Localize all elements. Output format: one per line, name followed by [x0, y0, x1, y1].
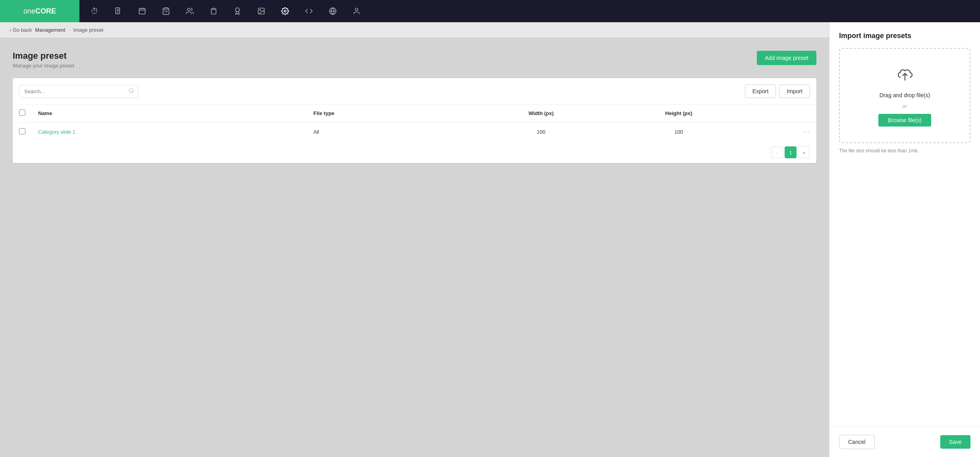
breadcrumb-separator: - — [68, 27, 70, 33]
add-image-preset-button[interactable]: Add image preset — [757, 51, 816, 65]
export-button[interactable]: Export — [745, 84, 776, 98]
table-body: Category slide 1 All 100 100 ··· — [13, 122, 816, 142]
breadcrumb-management[interactable]: Management — [35, 27, 65, 33]
row-action-menu[interactable]: ··· — [803, 128, 810, 136]
table-header: Name File type Width (px) Height (px) — [13, 105, 816, 122]
row-file-type-cell: All — [307, 122, 472, 142]
th-name: Name — [32, 105, 307, 122]
save-button[interactable]: Save — [940, 435, 970, 449]
panel-footer: Cancel Save — [830, 426, 980, 457]
th-height: Height (px) — [610, 105, 748, 122]
search-input[interactable] — [19, 85, 138, 98]
svg-point-17 — [355, 8, 358, 11]
users-icon[interactable] — [184, 6, 195, 17]
select-all-checkbox[interactable] — [19, 109, 25, 116]
search-wrapper — [19, 85, 138, 98]
browse-button[interactable]: Browse file(s) — [878, 114, 931, 127]
pagination: ‹ 1 › — [13, 142, 816, 163]
drop-or: or — [903, 103, 907, 109]
user-icon[interactable] — [351, 6, 362, 17]
upload-icon — [895, 65, 914, 87]
table-header-row: Name File type Width (px) Height (px) — [13, 105, 816, 122]
gear-icon[interactable] — [280, 6, 291, 17]
page-title: Image preset — [13, 51, 74, 61]
calendar-icon[interactable] — [137, 6, 148, 17]
table-card: Export Import Name File type Width ( — [13, 78, 816, 163]
import-button[interactable]: Import — [779, 84, 810, 98]
breadcrumb: ‹ Go back Management - Image preset — [0, 22, 829, 38]
logo: oneCORE — [0, 0, 79, 22]
drop-text: Drag and drop file(s) — [880, 92, 930, 98]
th-width: Width (px) — [472, 105, 610, 122]
svg-point-13 — [260, 10, 261, 10]
drop-zone[interactable]: Drag and drop file(s) or Browse file(s) — [839, 48, 970, 143]
table-toolbar: Export Import — [13, 78, 816, 105]
row-checkbox-cell — [13, 122, 32, 142]
prev-page-button[interactable]: ‹ — [771, 146, 783, 158]
row-name-link[interactable]: Category slide 1 — [38, 129, 75, 135]
row-width-cell: 100 — [472, 122, 610, 142]
page-content: Image preset Manage your image preset Ad… — [0, 38, 829, 176]
code-icon[interactable] — [303, 6, 314, 17]
svg-point-9 — [187, 8, 190, 11]
nav-icons: ⏱ — [79, 6, 980, 17]
th-file-type: File type — [307, 105, 472, 122]
svg-point-11 — [235, 8, 239, 12]
page-header: Image preset Manage your image preset Ad… — [13, 51, 816, 69]
th-checkbox — [13, 105, 32, 122]
svg-point-14 — [284, 10, 286, 12]
row-height-cell: 100 — [610, 122, 748, 142]
panel-title: Import image presets — [839, 32, 970, 40]
cart-icon[interactable] — [160, 6, 172, 17]
top-nav: oneCORE ⏱ — [0, 0, 980, 22]
clipboard-icon[interactable] — [208, 6, 219, 17]
next-page-button[interactable]: › — [798, 146, 810, 158]
page-1-button[interactable]: 1 — [785, 146, 797, 158]
row-checkbox[interactable] — [19, 128, 25, 134]
document-icon[interactable] — [113, 6, 124, 17]
data-table: Name File type Width (px) Height (px) — [13, 105, 816, 142]
file-size-note: The file size should be less than 1mb. — [830, 143, 980, 154]
svg-rect-10 — [213, 8, 215, 10]
image-icon[interactable] — [256, 6, 267, 17]
back-button[interactable]: ‹ Go back — [10, 27, 32, 33]
row-actions-cell: ··· — [748, 122, 816, 142]
logo-text: oneCORE — [23, 7, 56, 15]
row-name-cell: Category slide 1 — [32, 122, 307, 142]
globe-icon[interactable] — [327, 6, 338, 17]
cancel-button[interactable]: Cancel — [839, 435, 875, 449]
clock-icon[interactable]: ⏱ — [89, 6, 100, 17]
main-layout: ‹ Go back Management - Image preset Imag… — [0, 22, 980, 457]
page-subtitle: Manage your image preset — [13, 63, 74, 69]
badge-icon[interactable] — [232, 6, 243, 17]
page-title-area: Image preset Manage your image preset — [13, 51, 74, 69]
toolbar-actions: Export Import — [745, 84, 810, 98]
table-row: Category slide 1 All 100 100 ··· — [13, 122, 816, 142]
left-content: ‹ Go back Management - Image preset Imag… — [0, 22, 829, 457]
th-actions — [748, 105, 816, 122]
svg-rect-4 — [139, 8, 145, 14]
right-panel: Import image presets Drag and drop file(… — [829, 22, 980, 457]
breadcrumb-current: Image preset — [73, 27, 104, 33]
panel-header: Import image presets — [830, 22, 980, 48]
